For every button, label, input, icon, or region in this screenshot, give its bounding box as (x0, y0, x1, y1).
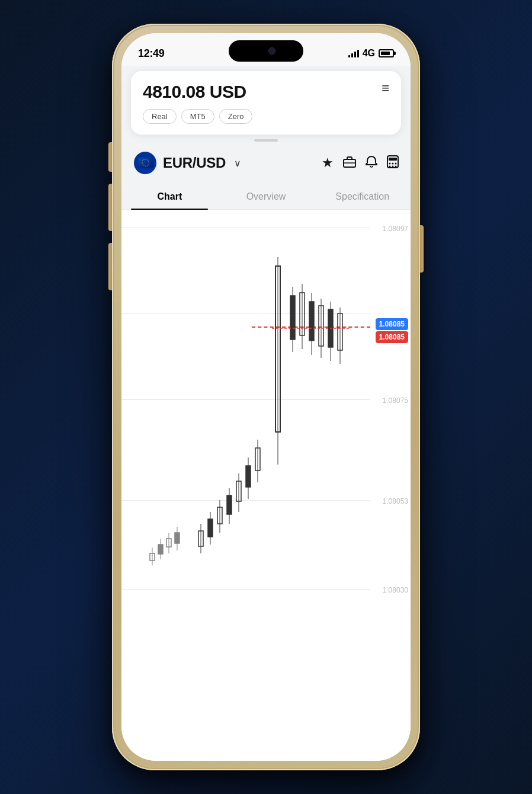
price-badge-container: 1.08085 1.08085 (376, 318, 408, 343)
svg-rect-17 (175, 533, 180, 543)
svg-rect-29 (246, 466, 251, 487)
currency-flag: 🇪🇺 (133, 151, 157, 175)
account-amount: 4810.08 USD (143, 82, 252, 102)
price-label-lower: 1.08053 (383, 495, 408, 506)
eu-flag: 🇪🇺 (134, 152, 156, 174)
signal-bars (348, 49, 359, 57)
svg-point-5 (392, 162, 394, 164)
phone-body: 12:49 4G (112, 24, 420, 770)
phone-screen: 12:49 4G (121, 33, 411, 761)
battery-fill (381, 52, 390, 55)
candlestick-chart (121, 210, 411, 613)
svg-rect-25 (227, 495, 232, 514)
top-section: 4810.08 USD Real MT5 Zero ≡ (121, 66, 411, 210)
bid-price-badge: 1.08085 (376, 318, 408, 330)
calculator-icon[interactable] (387, 155, 399, 171)
svg-rect-3 (389, 158, 397, 161)
tab-bar: Chart Overview Specification (121, 184, 411, 210)
svg-point-8 (392, 165, 394, 167)
tab-specification[interactable]: Specification (314, 184, 411, 209)
side-button-power (420, 225, 424, 273)
camera-dot (268, 47, 275, 55)
status-bar: 12:49 4G (121, 33, 411, 66)
svg-point-9 (395, 165, 397, 167)
svg-rect-13 (158, 545, 163, 554)
hamburger-menu[interactable]: ≡ (382, 82, 389, 95)
side-button-vol-down (108, 243, 112, 290)
screen-content: 12:49 4G (121, 33, 411, 761)
network-type: 4G (363, 48, 375, 59)
signal-bar-1 (348, 55, 350, 57)
dynamic-island (229, 40, 303, 62)
account-tags: Real MT5 Zero (143, 109, 252, 124)
svg-point-7 (389, 165, 391, 167)
signal-bar-2 (351, 53, 353, 57)
instrument-header: 🇪🇺 EUR/USD ∨ ★ (121, 142, 411, 175)
price-label-top: 1.08097 (383, 223, 408, 233)
chart-svg-container: 1.08097 1.08085 1.08085 1.08075 (121, 210, 411, 613)
ask-price-badge: 1.08085 (376, 331, 408, 343)
instrument-left[interactable]: 🇪🇺 EUR/USD ∨ (133, 151, 241, 175)
status-right-icons: 4G (348, 48, 394, 59)
svg-rect-21 (208, 519, 213, 537)
tab-chart[interactable]: Chart (121, 184, 218, 209)
phone-wrapper: 12:49 4G (112, 24, 420, 770)
side-button-mute (108, 142, 112, 172)
tag-mt5[interactable]: MT5 (181, 109, 214, 124)
svg-rect-39 (309, 302, 314, 341)
tag-zero[interactable]: Zero (219, 109, 253, 124)
favorite-icon[interactable]: ★ (322, 155, 334, 171)
svg-point-4 (389, 162, 391, 164)
side-button-vol-up (108, 184, 112, 231)
status-time: 12:49 (138, 47, 165, 60)
signal-bar-3 (354, 52, 356, 57)
account-info: 4810.08 USD Real MT5 Zero (143, 82, 252, 124)
bell-icon[interactable] (366, 155, 377, 171)
battery-icon (379, 49, 394, 57)
price-label-mid: 1.08075 (383, 395, 408, 405)
instrument-name: EUR/USD (163, 155, 226, 171)
price-label-bottom: 1.08030 (383, 584, 408, 595)
svg-point-6 (395, 162, 397, 164)
instrument-actions: ★ (322, 155, 399, 171)
svg-rect-35 (290, 296, 295, 340)
briefcase-icon[interactable] (343, 156, 356, 171)
chart-section: 1.08097 1.08085 1.08085 1.08075 (121, 210, 411, 761)
tab-overview[interactable]: Overview (218, 184, 315, 209)
signal-bar-4 (357, 50, 359, 57)
tag-real[interactable]: Real (143, 109, 177, 124)
account-card[interactable]: 4810.08 USD Real MT5 Zero ≡ (131, 71, 401, 135)
chevron-down-icon[interactable]: ∨ (234, 158, 241, 169)
